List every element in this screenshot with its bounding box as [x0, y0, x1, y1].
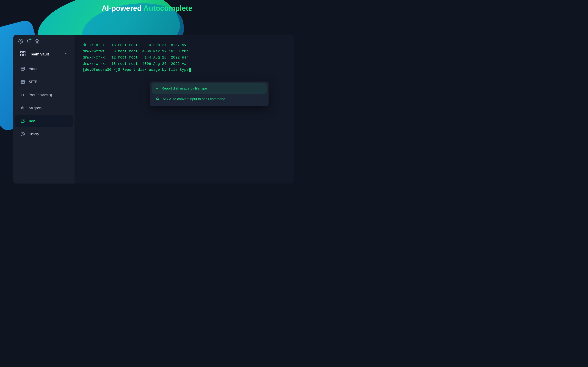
- sidebar-item-port-forwarding[interactable]: Port Forwarding: [15, 89, 73, 101]
- snippets-icon: [20, 105, 26, 111]
- svg-rect-1: [21, 51, 22, 53]
- svg-rect-2: [21, 54, 22, 56]
- terminal-line-4: drwxr-xr-x. 18 root root 4096 Aug 26 202…: [83, 61, 286, 67]
- sidebar-item-hosts[interactable]: Hosts: [15, 63, 73, 75]
- svg-line-18: [22, 106, 23, 110]
- sidebar-item-snippets[interactable]: Snippets: [15, 102, 73, 114]
- hosts-icon: [20, 66, 26, 72]
- home-button[interactable]: [35, 39, 39, 44]
- svg-rect-7: [22, 68, 23, 68]
- notification-dot: [30, 38, 32, 40]
- terminal-line-3: drwxr-xr-x. 12 root root 144 Aug 26 2022…: [83, 54, 286, 61]
- svg-rect-10: [22, 69, 23, 69]
- history-complete-icon: ↵: [156, 86, 159, 91]
- terminal-prompt-text: [dev@fedora36 /]$ Report disk usage by f…: [83, 68, 189, 72]
- page-title: AI-powered Autocomplete: [0, 4, 294, 13]
- dev-icon: [20, 118, 26, 124]
- port-forwarding-label: Port Forwarding: [29, 93, 52, 97]
- autocomplete-dropdown: ↵ Report disk usage by file type Ask AI …: [150, 82, 268, 106]
- svg-rect-8: [23, 68, 24, 68]
- ai-icon: [156, 96, 160, 101]
- notification-button[interactable]: [26, 39, 31, 44]
- autocomplete-item-history-text: Report disk usage by file type: [162, 86, 207, 91]
- chevron-down-icon: [64, 52, 68, 57]
- svg-rect-4: [24, 54, 25, 56]
- hosts-label: Hosts: [29, 67, 37, 71]
- port-forwarding-icon: [20, 92, 26, 98]
- svg-rect-3: [24, 51, 25, 53]
- autocomplete-item-history[interactable]: ↵ Report disk usage by file type: [152, 83, 267, 94]
- terminal-line-2: drwxrwxrwt. 9 root root 4096 Mar 12 16:3…: [83, 48, 286, 55]
- team-vault-item[interactable]: Team vault: [15, 48, 73, 61]
- snippets-label: Snippets: [29, 106, 42, 110]
- team-vault-label: Team vault: [30, 52, 64, 57]
- settings-button[interactable]: [18, 39, 23, 44]
- history-label: History: [29, 132, 39, 136]
- svg-point-0: [20, 41, 21, 42]
- terminal-prompt[interactable]: [dev@fedora36 /]$ Report disk usage by f…: [83, 68, 286, 72]
- svg-rect-11: [23, 69, 24, 69]
- terminal-cursor: [189, 68, 191, 72]
- team-vault-icon: [20, 50, 27, 58]
- terminal-panel: dr-xr-xr-x. 13 root root 0 Feb 27 18:37 …: [75, 35, 294, 184]
- svg-rect-17: [21, 82, 22, 83]
- svg-rect-6: [22, 68, 22, 68]
- sidebar: Team vault: [13, 35, 75, 184]
- history-icon: [20, 131, 26, 137]
- main-container: Team vault: [13, 35, 294, 184]
- sftp-icon: [20, 79, 26, 85]
- header: AI-powered Autocomplete: [0, 4, 294, 13]
- topbar-icons: [18, 39, 39, 44]
- dev-label: Dev: [29, 119, 35, 123]
- svg-rect-9: [22, 69, 22, 69]
- autocomplete-item-ai[interactable]: Ask AI to convert input to shell command: [152, 94, 267, 104]
- sidebar-item-history[interactable]: History: [15, 128, 73, 140]
- title-accent: Autocomplete: [143, 4, 192, 12]
- autocomplete-item-ai-text: Ask AI to convert input to shell command: [163, 97, 225, 101]
- terminal-output: dr-xr-xr-x. 13 root root 0 Feb 27 18:37 …: [83, 42, 286, 67]
- title-plain: AI-powered: [102, 4, 144, 12]
- terminal-line-1: dr-xr-xr-x. 13 root root 0 Feb 27 18:37 …: [83, 42, 286, 48]
- sidebar-topbar: [13, 35, 75, 48]
- sidebar-item-dev[interactable]: Dev: [15, 115, 73, 127]
- sidebar-item-sftp[interactable]: SFTP: [15, 76, 73, 88]
- svg-marker-20: [156, 97, 159, 100]
- sftp-label: SFTP: [29, 80, 37, 84]
